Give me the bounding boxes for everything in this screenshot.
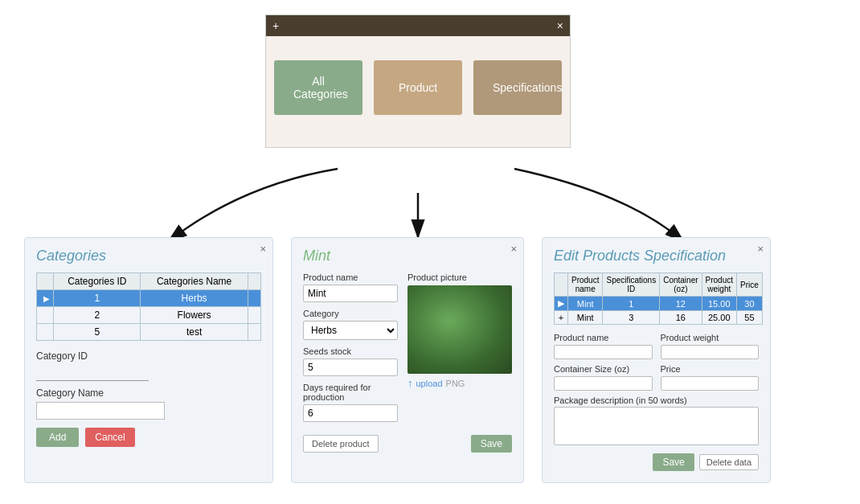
days-input[interactable]: [303, 404, 398, 422]
product-name-group: Product name: [303, 272, 398, 302]
spec-weight-cell: 15.00: [702, 297, 736, 311]
spec-container-cell: 12: [660, 297, 702, 311]
bottom-panels: × Categories Categories ID Categories Na…: [24, 237, 771, 483]
category-id-group: Category ID: [36, 350, 261, 381]
spec-container-label: Container Size (oz): [554, 364, 653, 374]
product-name-label: Product name: [303, 272, 398, 282]
spec-container-group: Container Size (oz): [554, 364, 653, 391]
category-group: Category Herbs: [303, 309, 398, 340]
spec-product-weight-input[interactable]: [661, 345, 760, 359]
categories-panel-title: Categories: [36, 248, 261, 264]
mint-panel: × Mint Product name Category Herbs Seeds…: [291, 237, 524, 483]
categories-panel: × Categories Categories ID Categories Na…: [24, 237, 273, 483]
spec-panel-title: Edit Products Specification: [554, 248, 759, 264]
upload-label[interactable]: upload: [416, 379, 443, 388]
spec-id-cell: 1: [603, 297, 660, 311]
seeds-stock-label: Seeds stock: [303, 346, 398, 356]
mint-panel-title: Mint: [303, 248, 512, 264]
spec-description-group: Package description (in 50 words): [554, 395, 759, 449]
cat-table-id-header: Categories ID: [54, 273, 141, 290]
cancel-button[interactable]: Cancel: [85, 428, 134, 447]
mint-save-button[interactable]: Save: [471, 435, 512, 453]
top-modal: + × All Categories Product Specification…: [265, 14, 571, 148]
category-name-input[interactable]: [36, 402, 165, 420]
category-id-label: Category ID: [36, 350, 261, 362]
table-row[interactable]: 2 Flowers: [37, 307, 261, 324]
png-label: PNG: [446, 379, 465, 388]
category-select[interactable]: Herbs: [303, 321, 398, 340]
spec-price-input[interactable]: [661, 376, 760, 391]
spec-price-group: Price: [661, 364, 760, 391]
cat-table-arrow-header: [37, 273, 54, 290]
category-name-label: Category Name: [36, 387, 261, 399]
row-marker: +: [555, 311, 568, 325]
spec-description-input[interactable]: [554, 407, 759, 445]
cat-name-cell: Flowers: [141, 307, 248, 324]
mint-right-col: Product picture ↑ upload PNG: [407, 272, 512, 428]
modal-add-icon[interactable]: +: [272, 19, 279, 32]
spec-form: Product name Product weight Container Si…: [554, 333, 759, 449]
spec-product-name-header: Product name: [568, 273, 603, 297]
modal-body: All Categories Product Specifications: [266, 36, 570, 147]
spec-panel: × Edit Products Specification Product na…: [542, 237, 771, 483]
spec-product-name-label: Product name: [554, 333, 653, 342]
spec-product-weight-label: Product weight: [661, 333, 760, 342]
category-label: Category: [303, 309, 398, 318]
spec-container-cell: 16: [660, 311, 702, 325]
spec-price-cell: 30: [737, 297, 763, 311]
categories-buttons: Add Cancel: [36, 428, 261, 447]
product-nav-button[interactable]: Product: [374, 60, 462, 115]
add-button[interactable]: Add: [36, 428, 79, 447]
days-group: Days required for production: [303, 383, 398, 422]
table-row[interactable]: 5 test: [37, 324, 261, 341]
spec-container-input[interactable]: [554, 376, 653, 391]
spec-table: Product name Specifications ID Container…: [554, 272, 763, 325]
mint-panel-close[interactable]: ×: [510, 243, 517, 255]
cat-name-cell: Herbs: [141, 290, 248, 307]
categories-nav-button[interactable]: All Categories: [274, 60, 362, 115]
table-row[interactable]: ▶ Mint 1 12 15.00 30: [555, 297, 763, 311]
spec-weight-group: Product weight: [661, 333, 760, 359]
mint-left-col: Product name Category Herbs Seeds stock …: [303, 272, 398, 428]
spec-name-cell: Mint: [568, 311, 603, 325]
cat-id-cell: 1: [54, 290, 141, 307]
spec-price-cell: 55: [737, 311, 763, 325]
plant-image-visual: [407, 285, 512, 374]
categories-panel-close[interactable]: ×: [260, 243, 266, 255]
seeds-stock-group: Seeds stock: [303, 346, 398, 376]
cat-table-name-header: Categories Name: [141, 273, 248, 290]
categories-table: Categories ID Categories Name ▶ 1 Herbs …: [36, 272, 261, 341]
delete-data-button[interactable]: Delete data: [699, 454, 759, 470]
delete-product-button[interactable]: Delete product: [303, 435, 379, 453]
spec-buttons: Save Delete data: [554, 453, 759, 471]
spec-id-header: Specifications ID: [603, 273, 660, 297]
spec-table-arrow-header: [555, 273, 568, 297]
table-row[interactable]: + Mint 3 16 25.00 55: [555, 311, 763, 325]
spec-weight-cell: 25.00: [702, 311, 736, 325]
modal-close-icon[interactable]: ×: [557, 19, 563, 32]
spec-weight-header: Product weight: [702, 273, 736, 297]
seeds-stock-input[interactable]: [303, 359, 398, 376]
cat-table-scroll-header: [248, 273, 260, 290]
row-arrow: ▶: [37, 290, 54, 307]
spec-container-header: Container (oz): [660, 273, 702, 297]
specifications-nav-button[interactable]: Specifications: [473, 60, 562, 115]
category-name-group: Category Name: [36, 387, 261, 420]
spec-price-label: Price: [661, 364, 760, 374]
product-image: [407, 285, 512, 374]
upload-icon: ↑: [407, 377, 413, 389]
product-name-input[interactable]: [303, 285, 398, 302]
row-arrow: ▶: [555, 297, 568, 311]
spec-price-header: Price: [737, 273, 763, 297]
spec-id-cell: 3: [603, 311, 660, 325]
mint-buttons: Delete product Save: [303, 435, 512, 453]
table-row[interactable]: ▶ 1 Herbs: [37, 290, 261, 307]
days-label: Days required for production: [303, 383, 398, 402]
cat-name-cell: test: [141, 324, 248, 341]
spec-save-button[interactable]: Save: [653, 453, 694, 471]
spec-product-name-input[interactable]: [554, 345, 653, 359]
category-id-input[interactable]: [36, 366, 149, 381]
modal-header: + ×: [266, 15, 570, 36]
spec-product-name-group: Product name: [554, 333, 653, 359]
spec-panel-close[interactable]: ×: [757, 243, 764, 255]
